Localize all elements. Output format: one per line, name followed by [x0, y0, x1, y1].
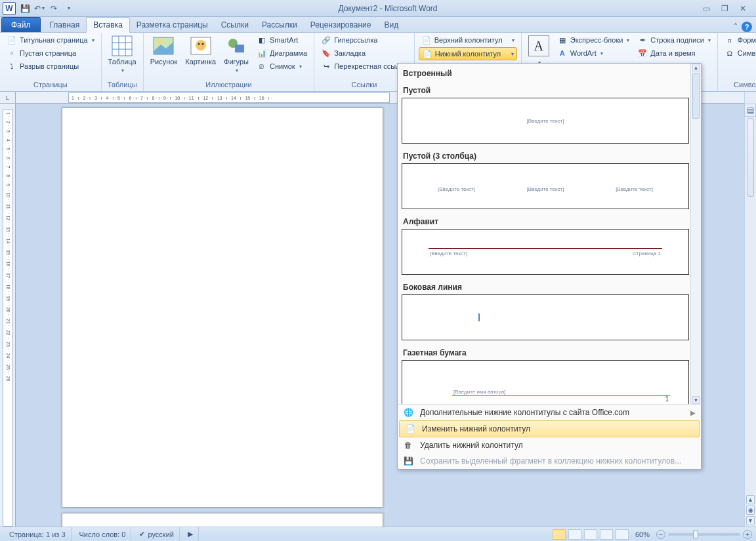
- save-icon[interactable]: 💾: [18, 2, 32, 15]
- status-language[interactable]: ✔русский: [134, 527, 179, 541]
- gallery-scroll-thumb[interactable]: [692, 73, 700, 119]
- gallery-item-1[interactable]: [Введите текст] [Введите текст] [Введите…: [402, 163, 689, 209]
- zoom-slider-thumb[interactable]: [693, 531, 698, 538]
- bookmark-button[interactable]: 🔖Закладка: [318, 47, 410, 59]
- tab-view[interactable]: Вид: [377, 18, 405, 32]
- gallery-item-0[interactable]: [Введите текст]: [402, 98, 689, 144]
- tab-insert[interactable]: Вставка: [86, 17, 130, 33]
- equation-button[interactable]: πФормула▾: [722, 34, 756, 46]
- footer-label: Нижний колонтитул: [435, 50, 501, 58]
- page-break-button[interactable]: ⤵Разрыв страницы: [4, 60, 97, 72]
- cmd-label: Удалить нижний колонтитул: [420, 441, 523, 450]
- group-illustrations: Рисунок Картинка Фигуры▾ ◧SmartArt 📊Диаг…: [144, 33, 314, 91]
- shapes-button[interactable]: Фигуры▾: [221, 34, 251, 75]
- gallery-footer-commands: 🌐 Дополнительные нижние колонтитулы с са…: [398, 404, 701, 469]
- vertical-scrollbar[interactable]: ▲ ◉ ▼: [744, 92, 756, 527]
- browse-object-nav[interactable]: ◉: [746, 506, 755, 515]
- table-button[interactable]: Таблица▾: [106, 34, 139, 75]
- tab-page-layout[interactable]: Разметка страницы: [130, 18, 215, 32]
- gallery-item-3[interactable]: [402, 294, 689, 340]
- placeholder-text: [Введите текст]: [527, 186, 564, 192]
- page-1[interactable]: [62, 108, 383, 508]
- ruler-v-scale: · 1 · · 2 · · 3 · · 4 · · 5 · · 6 · · 7 …: [3, 109, 13, 527]
- placeholder-text: [Введите текст]: [438, 186, 475, 192]
- zoom-slider[interactable]: [668, 533, 740, 536]
- app-logo[interactable]: W: [3, 2, 16, 15]
- view-draft[interactable]: [616, 529, 629, 540]
- shapes-label: Фигуры: [224, 58, 249, 66]
- ruler-vertical[interactable]: · 1 · · 2 · · 3 · · 4 · · 5 · · 6 · · 7 …: [0, 104, 16, 527]
- symbol-button[interactable]: ΩСимвол▾: [722, 47, 756, 59]
- view-print-layout[interactable]: [553, 529, 566, 540]
- clipart-label: Картинка: [185, 58, 216, 66]
- placeholder-text: [Введите текст]: [616, 186, 653, 192]
- tab-references[interactable]: Ссылки: [215, 18, 255, 32]
- zoom-percent[interactable]: 60%: [635, 531, 650, 538]
- gallery-scrollbar[interactable]: ▲ ▼: [690, 64, 701, 404]
- hyperlink-button[interactable]: 🔗Гиперссылка: [318, 34, 410, 46]
- quick-parts-button[interactable]: ▦Экспресс-блоки▾: [555, 34, 633, 46]
- page-2[interactable]: [62, 513, 383, 527]
- undo-icon[interactable]: ↶▾: [33, 2, 46, 15]
- tab-file[interactable]: Файл: [1, 17, 41, 32]
- screenshot-button[interactable]: ⎚Снимок▾: [254, 60, 310, 72]
- zoom-in-button[interactable]: +: [743, 530, 752, 539]
- picture-label: Рисунок: [150, 58, 178, 66]
- footer-gallery-dropdown: ▲ ▼ Встроенный Пустой [Введите текст] Пу…: [397, 63, 702, 470]
- table-label: Таблица: [108, 58, 136, 66]
- blank-page-button[interactable]: ▫Пустая страница: [4, 47, 97, 59]
- qat-customize-icon[interactable]: ▾: [62, 2, 75, 15]
- group-label-pages: Страницы: [4, 81, 97, 91]
- status-page[interactable]: Страница: 1 из 3: [4, 527, 72, 541]
- help-button[interactable]: ?: [742, 22, 752, 32]
- view-web-layout[interactable]: [584, 529, 597, 540]
- gallery-scroll-down[interactable]: ▼: [692, 396, 700, 404]
- redo-icon[interactable]: ↷: [47, 2, 60, 15]
- edit-footer[interactable]: 📄 Изменить нижний колонтитул: [399, 420, 700, 437]
- gallery-item-label-3: Боковая линия: [402, 277, 689, 294]
- restore-button[interactable]: ❐: [718, 3, 731, 14]
- view-outline[interactable]: [600, 529, 613, 540]
- screenshot-label: Снимок: [270, 62, 295, 70]
- date-time-button[interactable]: 📅Дата и время: [635, 47, 713, 59]
- header-label: Верхний колонтитул: [434, 36, 503, 44]
- chart-label: Диаграмма: [270, 49, 307, 57]
- zoom-out-button[interactable]: −: [656, 530, 665, 539]
- picture-button[interactable]: Рисунок: [148, 34, 180, 67]
- tab-review[interactable]: Рецензирование: [304, 18, 378, 32]
- chart-button[interactable]: 📊Диаграмма: [254, 47, 310, 59]
- svg-rect-12: [235, 45, 244, 52]
- gallery-scroll-up[interactable]: ▲: [692, 64, 700, 71]
- clipart-button[interactable]: Картинка: [182, 34, 219, 67]
- smartart-button[interactable]: ◧SmartArt: [254, 34, 310, 46]
- signature-line-button[interactable]: ✒Строка подписи▾: [635, 34, 713, 46]
- tab-home[interactable]: Главная: [43, 18, 87, 32]
- wordart-button[interactable]: AWordArt▾: [555, 47, 633, 59]
- remove-footer-icon: 🗑: [403, 440, 413, 451]
- gallery-item-2[interactable]: [Введите текст] Страница 1: [402, 229, 689, 275]
- tab-mailings[interactable]: Рассылки: [255, 18, 304, 32]
- status-macro[interactable]: ▶: [182, 527, 199, 541]
- cover-page-button[interactable]: 📄Титульная страница▾: [4, 34, 97, 46]
- ruler-corner[interactable]: L: [0, 92, 16, 104]
- next-page-nav[interactable]: ▼: [746, 516, 755, 525]
- gallery-item-label-0: Пустой: [402, 81, 689, 98]
- close-button[interactable]: ✕: [736, 3, 749, 14]
- status-words[interactable]: Число слов: 0: [74, 527, 132, 541]
- header-button[interactable]: 📄Верхний колонтитул▾: [419, 34, 517, 46]
- view-full-reading[interactable]: [568, 529, 581, 540]
- svg-point-10: [201, 43, 203, 45]
- group-label-tables: Таблицы: [106, 81, 139, 91]
- crossref-label: Перекрестная ссылка: [334, 62, 408, 70]
- collapse-ribbon-icon[interactable]: ˄: [734, 22, 738, 31]
- ruler-toggle-button[interactable]: ▤: [744, 104, 756, 117]
- more-footers-office-com[interactable]: 🌐 Дополнительные нижние колонтитулы с са…: [398, 405, 701, 420]
- scrollbar-thumb[interactable]: [747, 118, 754, 197]
- prev-page-nav[interactable]: ▲: [746, 495, 755, 504]
- minimize-button[interactable]: ▭: [700, 3, 713, 14]
- remove-footer[interactable]: 🗑 Удалить нижний колонтитул: [398, 437, 701, 453]
- gallery-section-header: Встроенный: [402, 66, 689, 81]
- footer-button[interactable]: 📄Нижний колонтитул▾: [419, 47, 517, 60]
- gallery-item-4[interactable]: [Введите имя автора] 1: [402, 360, 689, 404]
- cross-reference-button[interactable]: ↪Перекрестная ссылка: [318, 60, 410, 72]
